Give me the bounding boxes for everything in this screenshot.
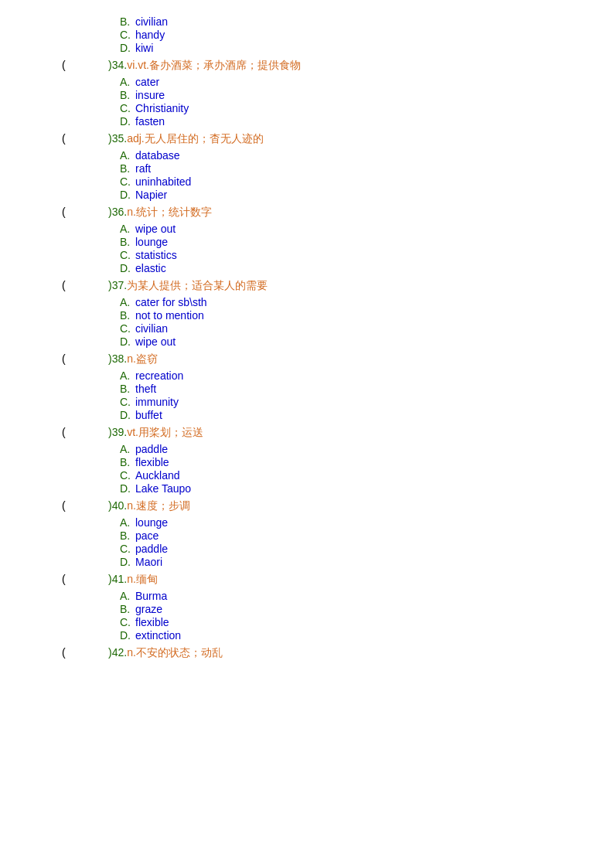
option-text: flexible [135,456,169,468]
option-row: A. Burma [0,590,614,602]
bracket-space [77,499,108,513]
option-text: civilian [135,15,168,28]
option-text: not to mention [135,309,204,322]
option-row: C. paddle [0,543,614,555]
question-type: vi.vt. [127,59,149,73]
option-text: wipe out [135,223,176,235]
question-chinese: 缅甸 [136,573,158,587]
q37-options: A. cater for sb\sth B. not to mention C.… [0,296,614,348]
option-row: B. theft [0,383,614,395]
bracket-space [77,279,108,293]
option-text: statistics [135,249,177,261]
question-35: ( )35. adj. 无人居住的；杳无人迹的 [0,132,614,146]
option-row: A. lounge [0,516,614,529]
option-label: C. [120,175,135,188]
option-label: B. [120,89,135,101]
bracket-space [77,206,108,220]
question-number: )37. [108,279,127,293]
bracket-space [77,646,108,660]
option-text: raft [135,162,151,175]
option-label: B. [120,309,135,322]
option-row: C. statistics [0,249,614,261]
option-label: B. [120,162,135,175]
option-label: A. [120,443,135,455]
option-row: B. civilian [0,15,614,28]
option-row: A. cater for sb\sth [0,296,614,308]
option-text: lounge [135,236,168,248]
option-text: uninhabited [135,175,191,188]
option-row: D. kiwi [0,42,614,54]
option-text: lounge [135,516,168,529]
option-label: C. [120,322,135,335]
option-row: A. cater [0,76,614,88]
option-label: A. [120,149,135,162]
question-type: vt. [127,426,138,440]
question-42: ( )42. n. 不安的状态；动乱 [0,646,614,660]
question-chinese: 盗窃 [136,352,158,366]
option-row: C. Christianity [0,102,614,114]
question-number: )38. [108,352,127,366]
question-number: )35. [108,132,127,146]
option-label: B. [120,529,135,542]
option-label: D. [120,189,135,201]
trailing-options: B. civilian C. handy D. kiwi [0,15,614,54]
question-chinese: 不安的状态；动乱 [136,646,223,660]
option-row: D. buffet [0,409,614,421]
option-label: C. [120,543,135,555]
option-label: C. [120,616,135,628]
question-41: ( )41. n. 缅甸 [0,573,614,587]
question-39: ( )39. vt. 用桨划；运送 [0,426,614,440]
option-row: B. not to mention [0,309,614,322]
bracket-left: ( [62,279,77,293]
option-row: C. Auckland [0,469,614,482]
question-type: n. [127,352,136,366]
option-label: D. [120,115,135,128]
question-number: )40. [108,499,127,513]
question-38: ( )38. n. 盗窃 [0,352,614,366]
option-row: D. extinction [0,629,614,642]
option-text: immunity [135,396,179,408]
option-text: paddle [135,443,168,455]
option-text: database [135,149,180,162]
option-text: civilian [135,322,168,335]
option-label: C. [120,102,135,114]
option-label: A. [120,223,135,235]
option-row: C. civilian [0,322,614,335]
question-number: )36. [108,206,127,220]
option-label: B. [120,603,135,615]
option-text: elastic [135,262,166,274]
option-text: cater [135,76,159,88]
option-row: C. flexible [0,616,614,628]
q39-options: A. paddle B. flexible C. Auckland D. Lak… [0,443,614,495]
option-label: B. [120,383,135,395]
option-row: D. Maori [0,556,614,568]
question-chinese: 用桨划；运送 [138,426,203,440]
bracket-left: ( [62,59,77,73]
question-type: adj. [127,132,145,146]
option-label: A. [120,369,135,382]
option-text: paddle [135,543,168,555]
bracket-space [77,352,108,366]
question-type: n. [127,206,136,220]
option-text: flexible [135,616,169,628]
option-row: A. paddle [0,443,614,455]
question-type: n. [127,573,136,587]
option-text: graze [135,603,162,615]
bracket-left: ( [62,573,77,587]
bracket-space [77,59,108,73]
question-chinese: 速度；步调 [136,499,190,513]
question-chinese: 无人居住的；杳无人迹的 [145,132,264,146]
option-label: C. [120,396,135,408]
question-chinese: 为某人提供；适合某人的需要 [127,279,268,293]
option-row: D. fasten [0,115,614,128]
option-text: cater for sb\sth [135,296,207,308]
option-row: D. Lake Taupo [0,482,614,495]
option-label: D. [120,629,135,642]
bracket-space [77,426,108,440]
question-number: )39. [108,426,127,440]
option-text: pace [135,529,159,542]
option-row: B. pace [0,529,614,542]
q36-options: A. wipe out B. lounge C. statistics D. e… [0,223,614,274]
option-text: insure [135,89,165,101]
q35-options: A. database B. raft C. uninhabited D. Na… [0,149,614,201]
